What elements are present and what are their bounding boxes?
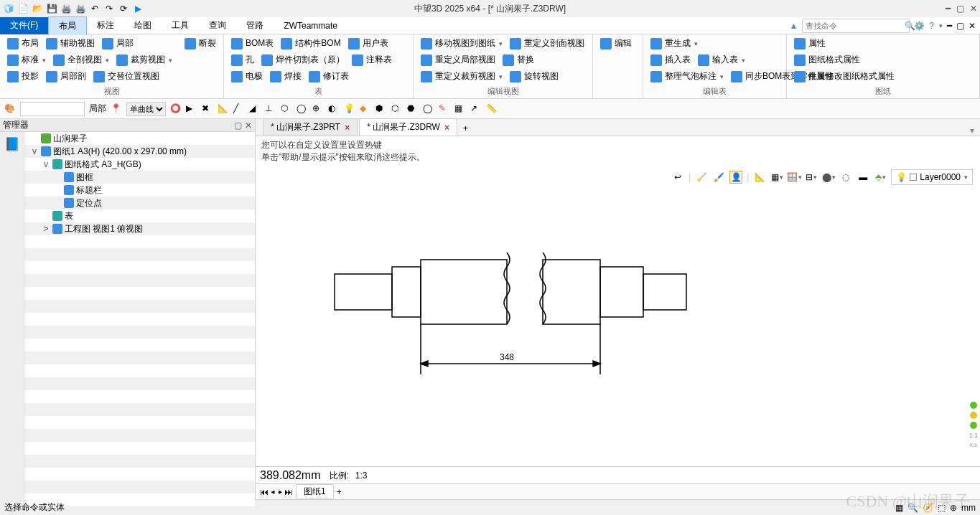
revision-button[interactable]: 修订表 [306, 69, 352, 84]
pick-icon[interactable]: 📍 [111, 103, 122, 115]
user-table-button[interactable]: 用户表 [345, 36, 391, 51]
tree-item[interactable]: 标题栏 [24, 184, 255, 197]
add-sheet-icon[interactable]: + [337, 487, 342, 497]
inner-maximize-icon[interactable]: ▢ [956, 21, 964, 31]
edit-button[interactable]: 编辑 [597, 36, 635, 51]
vt-eraser-icon[interactable]: 🧹 [695, 171, 708, 184]
sheetformat-props-button[interactable]: 图纸格式属性 [791, 52, 863, 67]
tree-item[interactable]: 图框 [24, 171, 255, 184]
weld-cut-button[interactable]: 焊件切割表（原） [258, 52, 347, 67]
sb-icon-5[interactable]: ⊕ [950, 503, 957, 513]
search-input[interactable] [806, 22, 905, 30]
sb-icon-2[interactable]: 🔍 [907, 503, 918, 513]
new-tab-button[interactable]: + [459, 121, 472, 136]
t2-icon-8[interactable]: ⬡ [281, 103, 292, 115]
vt-rect-icon[interactable]: ▬ [857, 171, 869, 184]
vt-brush-icon[interactable]: 🖌️ [712, 171, 725, 184]
tab-zwteammate[interactable]: ZWTeammate [274, 18, 347, 34]
tab-query[interactable]: 查询 [199, 16, 236, 34]
drawing-viewport[interactable]: ↩ | 🧹 🖌️ 👤 | 📐 ▦▾ 🪟▾ ⊟▾ ⬤▾ ◌ ▬ ⬘▾ 💡 Laye… [256, 166, 980, 483]
local-section-button[interactable]: 局部剖 [43, 69, 89, 84]
insert-table-button[interactable]: 插入表 [648, 52, 694, 67]
struct-bom-button[interactable]: 结构件BOM [278, 36, 343, 51]
vt-person-icon[interactable]: 👤 [729, 171, 742, 184]
close-icon[interactable]: × [345, 123, 350, 133]
tree-item[interactable]: 山涧果子 [24, 132, 255, 145]
print-preview-icon[interactable]: 🖨️ [75, 3, 86, 14]
maximize-icon[interactable]: ▢ [956, 4, 964, 14]
note-table-button[interactable]: 注释表 [349, 52, 395, 67]
tree-item[interactable]: 表 [24, 209, 255, 222]
batch-sheetformat-button[interactable]: 批量修改图纸格式属性 [791, 69, 897, 84]
t2-icon-2[interactable]: ▶ [186, 103, 197, 115]
run-icon[interactable]: ▶ [132, 3, 144, 14]
refresh-icon[interactable]: ⟳ [118, 3, 129, 14]
tab-tools[interactable]: 工具 [162, 16, 199, 34]
help-icon[interactable]: ? [929, 21, 934, 31]
sb-icon-6[interactable]: mm [961, 503, 976, 513]
settings-icon[interactable]: ⚙️ [914, 21, 925, 31]
t2-icon-12[interactable]: 💡 [344, 103, 355, 115]
inner-minimize-icon[interactable]: ━ [947, 21, 952, 31]
doc-tab-drw[interactable]: * 山涧果子.Z3DRW× [359, 118, 457, 136]
full-section-button[interactable]: 全剖视图▾ [50, 52, 112, 67]
tree-tab-icon[interactable]: 📘 [4, 136, 20, 152]
aux-view-button[interactable]: 辅助视图 [43, 36, 98, 51]
tab-annotate[interactable]: 标注 [87, 16, 124, 34]
tabs-overflow-icon[interactable]: ▾ [970, 126, 974, 136]
redef-section-button[interactable]: 重定义剖面视图 [507, 36, 587, 51]
tab-layout[interactable]: 布局 [48, 16, 87, 35]
t2-icon-5[interactable]: ╱ [233, 103, 245, 115]
import-table-button[interactable]: 输入表▾ [695, 52, 748, 67]
redo-icon[interactable]: ↷ [103, 3, 115, 14]
print-icon[interactable]: 🖨️ [60, 3, 72, 14]
t2-icon-10[interactable]: ⊕ [312, 103, 324, 115]
alt-position-button[interactable]: 交替位置视图 [90, 69, 162, 84]
sheet-tab[interactable]: 图纸1 [296, 484, 334, 499]
bom-button[interactable]: BOM表 [228, 36, 276, 51]
vt-layers-icon[interactable]: ⬘▾ [874, 171, 887, 184]
t2-icon-1[interactable]: ⭕ [170, 103, 182, 115]
panel-pin-icon[interactable]: ▢ [234, 121, 242, 131]
t2-icon-20[interactable]: ↗ [470, 103, 482, 115]
regen-button[interactable]: 重生成▾ [648, 36, 701, 51]
curve-select[interactable]: 单曲线 [126, 102, 166, 116]
selection-filter-icon[interactable]: 🎨 [4, 103, 16, 115]
redef-crop-button[interactable]: 重定义裁剪视图▾ [418, 69, 505, 84]
standard-button[interactable]: 标准▾ [4, 52, 49, 67]
next-sheet-icon[interactable]: ▶ [278, 487, 282, 497]
balloon-button[interactable]: 整理气泡标注▾ [648, 69, 727, 84]
sb-icon-3[interactable]: 🧭 [923, 503, 933, 513]
vt-measure-icon[interactable]: 📐 [753, 171, 766, 184]
inner-close-icon[interactable]: ✕ [969, 21, 976, 31]
t2-icon-3[interactable]: ✖ [202, 103, 213, 115]
command-search[interactable]: 🔍 [802, 19, 910, 33]
vt-circle-icon[interactable]: ◌ [839, 171, 852, 184]
vt-grid-icon[interactable]: ▦▾ [770, 171, 783, 184]
projection-button[interactable]: 投影 [4, 69, 42, 84]
t2-icon-16[interactable]: ⬣ [407, 103, 419, 115]
t2-icon-4[interactable]: 📐 [218, 103, 229, 115]
vt-align-icon[interactable]: ⊟▾ [805, 171, 818, 184]
tree-item[interactable]: v图纸格式 A3_H(GB) [24, 158, 255, 171]
t2-icon-14[interactable]: ⬢ [375, 103, 387, 115]
doc-tab-prt[interactable]: * 山涧果子.Z3PRT× [263, 118, 358, 136]
hole-button[interactable]: 孔 [228, 52, 257, 67]
t2-icon-19[interactable]: ▦ [454, 103, 466, 115]
crop-view-button[interactable]: 裁剪视图▾ [113, 52, 175, 67]
t2-icon-21[interactable]: 📏 [486, 103, 498, 115]
rotate-view-button[interactable]: 旋转视图 [507, 69, 561, 84]
detail-button[interactable]: 局部 [99, 36, 136, 51]
minimize-icon[interactable]: ━ [946, 4, 951, 14]
sb-icon-4[interactable]: ⬚ [938, 503, 946, 513]
first-sheet-icon[interactable]: ⏮ [260, 487, 269, 497]
tab-pipe[interactable]: 管路 [236, 16, 274, 34]
weld-button[interactable]: 焊接 [267, 69, 304, 84]
move-view-button[interactable]: 移动视图到图纸▾ [418, 36, 505, 51]
t2-icon-6[interactable]: ◢ [249, 103, 261, 115]
vt-window-icon[interactable]: 🪟▾ [788, 171, 801, 184]
replace-button[interactable]: 替换 [500, 52, 537, 67]
t2-icon-9[interactable]: ◯ [297, 103, 308, 115]
close-icon[interactable]: × [444, 123, 449, 133]
t2-icon-11[interactable]: ◐ [328, 103, 340, 115]
